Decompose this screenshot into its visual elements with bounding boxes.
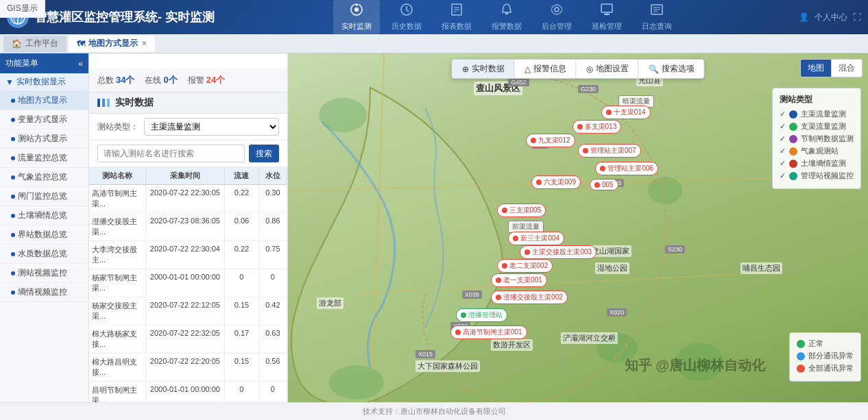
map-switch: 地图 混合 bbox=[800, 59, 863, 77]
marker-005[interactable]: 005 bbox=[590, 179, 618, 190]
table-row[interactable]: 高港节制闸主渠... 2020-07-22 22:30:05 0.22 0.30 bbox=[89, 185, 287, 213]
tab-close-icon[interactable]: ✕ bbox=[141, 40, 147, 47]
filter-select[interactable]: 主渠流量监测 bbox=[144, 118, 279, 136]
total-label: 总数 bbox=[97, 75, 114, 86]
sidebar-section-realtime[interactable]: ▼ 实时数据显示 bbox=[0, 73, 88, 91]
marker-2[interactable]: 主渠交接股主渠003 bbox=[520, 245, 596, 259]
table-body: 高港节制闸主渠... 2020-07-22 22:30:05 0.22 0.30… bbox=[89, 185, 287, 402]
nav-realtime[interactable]: 实时监测 bbox=[333, 0, 380, 34]
marker-5[interactable]: 六支渠009 bbox=[531, 175, 581, 189]
marker-6[interactable]: 管理站主渠006 bbox=[595, 162, 658, 175]
sidebar-item-stationmonitor[interactable]: 测站视频监控 bbox=[0, 264, 88, 283]
marker-10[interactable]: 十支渠014 bbox=[601, 106, 651, 119]
marker-8[interactable]: 九支渠012 bbox=[526, 134, 575, 147]
table-row[interactable]: 杨家交接股主渠... 2020-07-22 22:12:05 0.15 0.42 bbox=[89, 297, 287, 325]
sidebar-collapse-icon[interactable]: « bbox=[78, 59, 83, 69]
bar1 bbox=[97, 99, 100, 107]
marker-1a[interactable]: 老一支渠001 bbox=[491, 273, 547, 287]
tool-search[interactable]: 🔍 搜索选项 bbox=[639, 60, 704, 78]
status-label-partial: 部分通讯异常 bbox=[808, 351, 854, 361]
marker-3[interactable]: 新三主渠004 bbox=[508, 232, 564, 245]
check-icon-3: ✓ bbox=[780, 134, 786, 143]
marker-gaogao[interactable]: 高港节制闸主渠001 bbox=[450, 325, 527, 339]
history-icon bbox=[400, 3, 413, 20]
tab-mapview-label: 地图方式显示 bbox=[88, 38, 138, 49]
col-name: 测站名称 bbox=[89, 167, 146, 184]
marker-7[interactable]: 管理站主渠007 bbox=[578, 144, 641, 158]
status-dot-error bbox=[797, 365, 805, 373]
tool-realtime[interactable]: ⊕ 实时数据 bbox=[453, 60, 515, 78]
marker-9[interactable]: 多支渠013 bbox=[572, 120, 622, 134]
sidebar-item-weather[interactable]: 气象监控总览 bbox=[0, 168, 88, 187]
nav-log[interactable]: 日志查询 bbox=[634, 0, 680, 34]
dot-icon bbox=[11, 271, 15, 275]
check-icon-6: ✓ bbox=[780, 171, 786, 180]
sidebar-item-stationview[interactable]: 测站方式显示 bbox=[0, 129, 88, 149]
table-row[interactable]: 棉大路昌明支接... 2020-07-22 22:20:05 0.15 0.56 bbox=[89, 354, 287, 382]
sidebar-item-label: 界站数据总览 bbox=[18, 229, 67, 240]
nav-patrol[interactable]: 巡检管理 bbox=[583, 0, 630, 34]
map-btn[interactable]: 地图 bbox=[800, 59, 832, 77]
nav-history[interactable]: 历史数据 bbox=[383, 0, 430, 34]
sidebar-item-boundary[interactable]: 界站数据总览 bbox=[0, 225, 88, 245]
svg-point-24 bbox=[319, 98, 367, 132]
alarm-info-icon: △ bbox=[525, 64, 531, 74]
marker-mgmt[interactable]: 澄播管理站 bbox=[456, 308, 507, 322]
nav-report[interactable]: 报表数据 bbox=[433, 0, 480, 34]
check-icon-1: ✓ bbox=[780, 110, 786, 119]
table-row[interactable]: 昌明节制闸主渠... 2000-01-01 00:00:00 0 0 bbox=[89, 382, 287, 402]
sidebar-item-soil[interactable]: 土壤墒情总览 bbox=[0, 206, 88, 225]
nav-backend[interactable]: 后台管理 bbox=[533, 0, 580, 34]
map-toolbar: ⊕ 实时数据 △ 报警信息 ◎ 地图设置 🔍 搜索选项 bbox=[452, 59, 705, 79]
status-full-error: 全部通讯异常 bbox=[797, 363, 854, 373]
tab-mapview[interactable]: 🗺 地图方式显示 ✕ bbox=[69, 36, 155, 52]
tab-workbench[interactable]: 🏠 工作平台 bbox=[3, 36, 67, 52]
table-row[interactable]: 大李湾交接股主... 2020-07-22 22:30:04 0.22 0.75 bbox=[89, 241, 287, 269]
bar3 bbox=[107, 99, 110, 107]
sidebar-header: 功能菜单 « bbox=[0, 53, 88, 73]
cell-level: 0.56 bbox=[259, 354, 287, 381]
table-row[interactable]: 杨家节制闸主渠... 2000-01-01 00:00:00 0 0 bbox=[89, 269, 287, 297]
patrol-icon bbox=[600, 3, 614, 20]
sidebar-item-alarmmonitor[interactable]: 墒情视频监控 bbox=[0, 283, 88, 302]
marker-1b[interactable]: 老二支渠002 bbox=[497, 259, 553, 273]
sidebar-item-mapview[interactable]: 地图方式显示 bbox=[0, 91, 88, 110]
sidebar-item-water[interactable]: 水质数据总览 bbox=[0, 245, 88, 264]
sidebar-item-label: 变量方式显示 bbox=[18, 114, 67, 125]
tab-workbench-label: 工作平台 bbox=[25, 38, 58, 49]
tool-settings[interactable]: ◎ 地图设置 bbox=[577, 60, 639, 78]
legend-dot-6 bbox=[789, 172, 797, 180]
satellite-btn[interactable]: 混合 bbox=[832, 59, 863, 77]
nav-report-label: 报表数据 bbox=[442, 21, 472, 32]
legend-title: 测站类型 bbox=[780, 94, 854, 106]
legend-water-save: ✓ 节制闸数据监测 bbox=[780, 134, 854, 144]
dot-icon bbox=[11, 99, 15, 103]
table-row[interactable]: 澄播交接股主渠... 2020-07-23 08:36:05 0.06 0.86 bbox=[89, 213, 287, 241]
road-badge-9: S230 bbox=[665, 245, 685, 254]
search-button[interactable]: 搜索 bbox=[249, 145, 279, 162]
marker-cast[interactable]: 澄播交接股主渠002 bbox=[491, 291, 568, 304]
nav-alarm[interactable]: 报警数据 bbox=[483, 0, 530, 34]
table-row[interactable]: 棉大路杨家支接... 2020-07-22 22:32:05 0.17 0.63 bbox=[89, 325, 287, 354]
user-label[interactable]: 个人中心 bbox=[815, 12, 847, 23]
sidebar-item-gate[interactable]: 闸门监控总览 bbox=[0, 187, 88, 206]
tool-alarm[interactable]: △ 报警信息 bbox=[515, 60, 577, 78]
dot-icon bbox=[11, 118, 15, 122]
data-table: 测站名称 采集时间 流速 水位 高港节制闸主渠... 2020-07-22 22… bbox=[89, 167, 287, 402]
road-badge-7: X020 bbox=[607, 308, 627, 317]
check-icon-2: ✓ bbox=[780, 122, 786, 131]
alarm-stat: 报警 24个 bbox=[188, 74, 225, 86]
sidebar-item-tableview[interactable]: 变量方式显示 bbox=[0, 110, 88, 129]
panel-stats: 总数 34个 在线 0个 报警 24个 bbox=[89, 69, 287, 92]
tool-search-label: 搜索选项 bbox=[662, 63, 695, 75]
panel-title-bar: 实时数据 bbox=[89, 92, 287, 114]
app-title: 智慧灌区监控管理系统- 实时监测 bbox=[34, 9, 215, 25]
marker-4[interactable]: 三支渠005 bbox=[497, 203, 546, 217]
status-legend: 正常 部分通讯异常 全部通讯异常 bbox=[789, 332, 861, 382]
fullscreen-icon[interactable]: ⛶ bbox=[853, 12, 861, 22]
sidebar-item-flowcontrol[interactable]: 流量监控总览 bbox=[0, 149, 88, 168]
report-icon bbox=[450, 3, 463, 20]
search-input[interactable] bbox=[97, 145, 245, 162]
cell-time: 2020-07-22 22:12:05 bbox=[146, 297, 226, 325]
total-value: 34个 bbox=[116, 74, 134, 86]
